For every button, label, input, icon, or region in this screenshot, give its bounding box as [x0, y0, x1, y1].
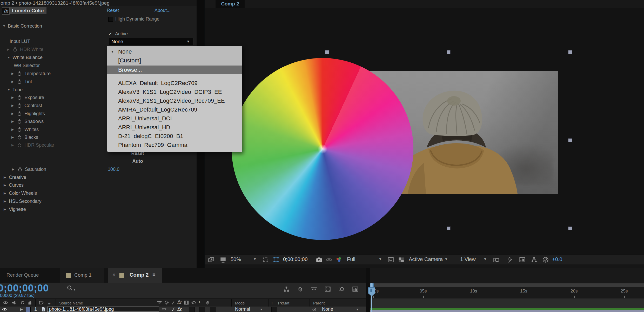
row-contrast[interactable]: ▶Contrast — [11, 102, 42, 109]
column-trkmat[interactable]: TrkMat — [277, 301, 289, 305]
transparency-grid-icon[interactable] — [398, 256, 405, 263]
tab-render-queue[interactable]: Render Queue — [6, 272, 39, 278]
layer-row[interactable]: ▶ 1 photo-1…81-48f03fa45e9f.jpeg fx Norm… — [0, 307, 366, 312]
layer-source-name-box[interactable]: photo-1…81-48f03fa45e9f.jpeg — [47, 307, 159, 312]
mini-flowchart-icon[interactable] — [531, 256, 538, 263]
row-basic-correction[interactable]: ▼Basic Correction — [3, 22, 42, 30]
stopwatch-icon[interactable] — [17, 134, 22, 140]
menu-item-none[interactable]: • None — [107, 47, 242, 56]
composition-mini-flowchart-icon[interactable] — [283, 286, 290, 292]
fast-previews-icon[interactable] — [506, 256, 513, 263]
expand-arrow-icon[interactable]: ▶ — [12, 167, 17, 171]
layer-parent-select[interactable]: None — [322, 307, 333, 312]
row-creative[interactable]: ▶Creative — [4, 173, 26, 181]
row-hsl-secondary[interactable]: ▶HSL Secondary — [4, 197, 41, 205]
work-area-bar[interactable] — [370, 283, 644, 288]
effect-about-link[interactable]: About... — [155, 8, 171, 13]
view-layout-select[interactable]: 1 View — [460, 256, 476, 262]
expand-arrow-icon[interactable]: ▶ — [11, 96, 17, 99]
expand-arrow-icon[interactable]: ▶ — [11, 72, 17, 75]
parent-pickwhip-icon[interactable] — [312, 307, 317, 312]
effect-controls-titlebar[interactable]: omp 2 • photo-1421809313281-48f03fa45e9f… — [0, 0, 197, 6]
effect-reset-button[interactable]: Reset — [107, 8, 119, 13]
row-vignette[interactable]: ▶Vignette — [4, 205, 26, 213]
layer-fx-icon[interactable]: fx — [177, 306, 182, 312]
expand-arrow-icon[interactable]: ▶ — [4, 199, 9, 203]
mask-visibility-icon[interactable] — [273, 256, 279, 263]
stopwatch-icon[interactable] — [17, 95, 22, 100]
stopwatch-icon[interactable] — [17, 166, 23, 172]
stopwatch-icon[interactable] — [12, 47, 18, 52]
menu-item-custom[interactable]: [Custom] — [107, 56, 242, 65]
layer-expand-arrow-icon[interactable]: ▶ — [20, 307, 23, 311]
always-preview-icon[interactable] — [208, 256, 214, 263]
search-icon[interactable] — [66, 285, 73, 291]
hide-shy-layers-icon[interactable] — [311, 286, 317, 292]
snapshot-camera-icon[interactable] — [316, 256, 323, 263]
collapse-arrow-icon[interactable]: ▼ — [7, 56, 12, 59]
magnification-select[interactable]: 50% — [231, 256, 241, 262]
menu-item-browse[interactable]: Browse... — [107, 66, 242, 74]
camera-view-caret-icon[interactable]: ▼ — [445, 257, 448, 261]
layer-switch-cell[interactable] — [210, 307, 216, 312]
tab-comp-2-viewer[interactable]: Comp 2 — [216, 0, 245, 8]
region-of-interest-icon[interactable] — [262, 256, 269, 263]
row-saturation[interactable]: ▶Saturation — [12, 165, 46, 173]
search-caret-icon[interactable]: ▾ — [74, 288, 75, 291]
column-mode[interactable]: Mode — [235, 301, 245, 305]
row-highlights[interactable]: ▶Highlights — [11, 110, 45, 118]
layer-quality-slash-icon[interactable] — [171, 307, 176, 312]
view-layout-caret-icon[interactable]: ▼ — [484, 257, 487, 261]
time-ruler[interactable]: :00s 05s 10s 15s 20s 25s — [370, 287, 644, 299]
selection-handle-top-left[interactable] — [325, 50, 329, 54]
layer-shy-icon[interactable] — [162, 307, 167, 312]
expand-arrow-icon[interactable]: ▶ — [11, 128, 17, 131]
expand-arrow-icon[interactable]: ▶ — [11, 143, 17, 147]
stopwatch-icon[interactable] — [17, 142, 22, 148]
expand-arrow-icon[interactable]: ▶ — [11, 112, 17, 115]
menu-item-arri-universal-dci[interactable]: ARRI_Universal_DCI — [107, 114, 242, 123]
stopwatch-icon[interactable] — [17, 71, 22, 76]
column-t[interactable]: T — [271, 301, 273, 305]
stopwatch-icon[interactable] — [17, 79, 22, 84]
row-blacks[interactable]: ▶Blacks — [11, 133, 38, 141]
hdr-checkbox[interactable] — [108, 17, 113, 22]
parent-caret-icon[interactable]: ▼ — [356, 308, 359, 311]
menu-item-phantom-rec709[interactable]: Phantom_Rec709_Gamma — [107, 141, 242, 150]
expand-arrow-icon[interactable]: ▶ — [4, 176, 9, 179]
channel-rgb-icon[interactable] — [336, 256, 342, 263]
row-color-wheels[interactable]: ▶Color Wheels — [4, 189, 37, 197]
tab-menu-icon[interactable]: ≡ — [152, 272, 156, 278]
menu-item-alexa-default[interactable]: ALEXA_Default_LogC2Rec709 — [107, 79, 242, 88]
collapse-arrow-icon[interactable]: ▼ — [7, 88, 12, 92]
stopwatch-icon[interactable] — [17, 119, 22, 124]
draft-3d-icon[interactable] — [297, 286, 304, 292]
stopwatch-icon[interactable] — [17, 111, 22, 116]
row-hdr-white[interactable]: ▶HDR White — [7, 46, 43, 53]
tab-comp-2[interactable]: × Comp 2 ≡ — [108, 268, 162, 283]
color-wheel-layer[interactable] — [232, 58, 413, 240]
stopwatch-icon[interactable] — [17, 127, 22, 132]
expand-arrow-icon[interactable]: ▶ — [4, 183, 9, 187]
exposure-shutter-icon[interactable] — [542, 256, 549, 263]
frame-blending-icon[interactable] — [324, 286, 331, 292]
layer-label-color-chip[interactable] — [26, 307, 31, 312]
effect-name[interactable]: Lumetri Color — [10, 7, 46, 14]
menu-item-arri-universal-hd[interactable]: ARRI_Universal_HD — [107, 123, 242, 132]
layer-duration-bar[interactable] — [370, 310, 644, 312]
exposure-gain-value[interactable]: +0.0 — [552, 256, 562, 262]
viewer-canvas[interactable] — [205, 8, 644, 254]
selection-handle-bottom-right[interactable] — [568, 226, 572, 230]
row-curves[interactable]: ▶Curves — [4, 181, 24, 189]
input-lut-select[interactable]: None ▼ — [109, 38, 194, 45]
resolution-select[interactable]: Full — [347, 256, 355, 262]
expand-arrow-icon[interactable]: ▶ — [4, 191, 9, 195]
selection-handle-top-mid[interactable] — [447, 50, 451, 54]
expand-arrow-icon[interactable]: ▶ — [11, 80, 17, 83]
expand-arrow-icon[interactable]: ▶ — [11, 135, 17, 139]
blend-mode-caret-icon[interactable]: ▼ — [260, 308, 263, 311]
row-temperature[interactable]: ▶Temperature — [11, 70, 51, 77]
motion-blur-icon[interactable] — [338, 286, 345, 292]
playhead-head[interactable] — [368, 287, 375, 294]
selection-handle-top-right[interactable] — [568, 50, 572, 54]
